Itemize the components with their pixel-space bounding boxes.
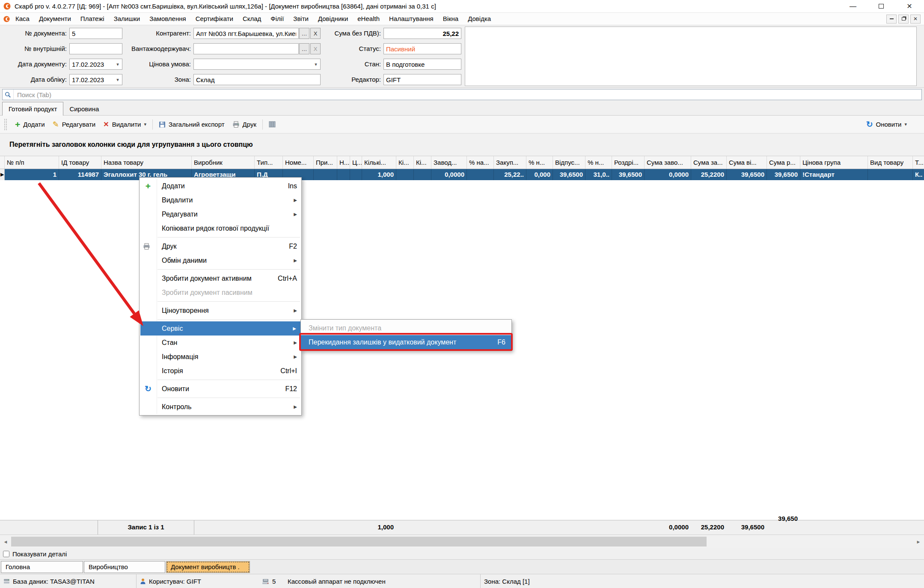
search-box[interactable]	[2, 89, 922, 100]
edit-button[interactable]: ✎ Редагувати	[49, 118, 100, 131]
column-header[interactable]: № п/п	[5, 156, 59, 169]
cell: 1,000	[362, 169, 396, 180]
menu-orders[interactable]: Замовлення	[145, 13, 190, 25]
scroll-right-icon[interactable]: ►	[913, 535, 924, 548]
menu-ehealth[interactable]: eHealth	[353, 13, 384, 25]
column-header[interactable]: Н...	[337, 156, 350, 169]
delete-button[interactable]: ✕ Видалити ▾	[99, 118, 150, 131]
menu-directories[interactable]: Довідники	[313, 13, 353, 25]
column-header[interactable]: Сума заво...	[645, 156, 691, 169]
menu-windows[interactable]: Вікна	[438, 13, 463, 25]
column-header[interactable]: ІД товару	[59, 156, 101, 169]
context-menu-item-state[interactable]: Стан ▶	[140, 336, 301, 350]
zone-field[interactable]: Склад	[193, 74, 321, 85]
column-header[interactable]: Закуп...	[494, 156, 526, 169]
column-header[interactable]: Сума ві...	[727, 156, 767, 169]
column-header[interactable]: Сума за...	[691, 156, 727, 169]
menu-warehouse[interactable]: Склад	[238, 13, 266, 25]
internal-number-field[interactable]	[69, 43, 122, 54]
submenu-item-transfer-leftovers[interactable]: Перекидання залишків у видатковий докуме…	[301, 335, 511, 349]
tab-raw-material[interactable]: Сировина	[63, 103, 105, 115]
menu-certificates[interactable]: Сертифікати	[191, 13, 238, 25]
menu-reports[interactable]: Звіти	[288, 13, 313, 25]
horizontal-scrollbar[interactable]: ◄ ►	[0, 535, 924, 548]
column-header[interactable]: Цінова група	[800, 156, 868, 169]
accounting-date-field[interactable]: 17.02.2023▾	[69, 74, 122, 85]
column-header[interactable]: Ц...	[350, 156, 362, 169]
doc-date-field[interactable]: 17.02.2023▾	[69, 59, 122, 70]
consignee-field[interactable]	[193, 43, 299, 54]
column-header[interactable]: % на...	[467, 156, 494, 169]
column-header[interactable]: Відпус...	[553, 156, 585, 169]
maximize-button[interactable]	[877, 2, 885, 11]
column-header[interactable]: Номе...	[283, 156, 314, 169]
title-bar: Скарб pro v. 4.0.2.77 [ІД: 969] - [Апт №…	[0, 0, 924, 13]
context-menu-item-history[interactable]: Історія Ctrl+I	[140, 364, 301, 378]
column-header[interactable]: % н...	[585, 156, 612, 169]
context-menu-item-delete[interactable]: Видалити ▶	[140, 193, 301, 207]
search-input[interactable]	[14, 91, 921, 98]
menu-documents[interactable]: Документи	[34, 13, 76, 25]
scrollbar-thumb[interactable]	[11, 537, 707, 546]
column-header[interactable]: % н...	[526, 156, 553, 169]
column-header[interactable]: Сума р...	[767, 156, 800, 169]
context-menu-item-service[interactable]: Сервіс ▶	[140, 321, 300, 336]
context-menu-item-refresh[interactable]: ↻ Оновити F12	[140, 382, 301, 396]
menu-payments[interactable]: Платежі	[76, 13, 109, 25]
bottom-tab-main[interactable]: Головна	[1, 561, 83, 573]
doc-number-field[interactable]: 5	[69, 28, 122, 39]
menu-help[interactable]: Довідка	[463, 13, 496, 25]
refresh-button[interactable]: Оновити	[876, 121, 902, 128]
context-menu-item-data-exchange[interactable]: Обмін даними ▶	[140, 253, 301, 267]
menu-settings[interactable]: Налаштування	[384, 13, 438, 25]
minimize-button[interactable]: —	[849, 2, 857, 11]
column-header[interactable]: При...	[314, 156, 337, 169]
column-header[interactable]: Завод...	[431, 156, 467, 169]
price-condition-field[interactable]: ▾	[193, 59, 321, 70]
column-header[interactable]: Кі...	[414, 156, 431, 169]
menu-separator	[157, 380, 300, 380]
table-row[interactable]: ▶ 1 114987 Эгаллохит 30 г. гель Агроветз…	[0, 169, 924, 180]
mdi-restore-button[interactable]	[898, 15, 909, 24]
column-chooser-button[interactable]	[265, 118, 279, 131]
context-menu-item-control[interactable]: Контроль ▶	[140, 400, 301, 414]
column-header[interactable]: Т...	[913, 156, 924, 169]
mdi-minimize-button[interactable]	[886, 15, 897, 24]
scroll-left-icon[interactable]: ◄	[0, 535, 11, 548]
show-details-checkbox[interactable]	[3, 551, 9, 557]
column-header[interactable]: Роздрі...	[612, 156, 645, 169]
context-menu-item-print[interactable]: Друк F2	[140, 239, 301, 253]
menu-kasa[interactable]: Каса	[11, 13, 34, 25]
bottom-tab-production[interactable]: Виробництво	[84, 561, 165, 573]
column-header[interactable]: Виробник	[192, 156, 255, 169]
column-header[interactable]: Назва товару	[101, 156, 192, 169]
group-by-panel[interactable]: Перетягніть заголовок колонки сюди для у…	[0, 134, 924, 156]
column-header[interactable]: Вид товару	[868, 156, 913, 169]
cell: 39,6500	[553, 169, 585, 180]
printer-icon	[232, 121, 240, 128]
context-menu-item-add[interactable]: + Додати Ins	[140, 179, 301, 193]
summary-retail-sum: 39,650	[755, 514, 798, 523]
contractor-field[interactable]: Апт №003 пгт.Барышевка, ул.Киев	[193, 28, 299, 39]
chevron-down-icon[interactable]: ▾	[904, 122, 907, 127]
tab-finished-product[interactable]: Готовий продукт	[2, 102, 63, 116]
menu-stock[interactable]: Залишки	[109, 13, 145, 25]
add-button[interactable]: + Додати	[11, 118, 49, 131]
menu-branches[interactable]: Філії	[266, 13, 288, 25]
column-header[interactable]: Кількі...	[362, 156, 396, 169]
row-indicator-icon: ▶	[0, 169, 5, 180]
close-button[interactable]: ✕	[905, 2, 914, 11]
mdi-close-button[interactable]: ✕	[910, 15, 921, 24]
print-button[interactable]: Друк	[229, 118, 260, 131]
context-menu-item-edit[interactable]: Редагувати ▶	[140, 207, 301, 221]
column-header[interactable]: Кі...	[396, 156, 414, 169]
export-button[interactable]: Загальний експорт	[155, 118, 229, 131]
context-menu-item-pricing[interactable]: Ціноутворення ▶	[140, 303, 301, 318]
toolbar-drag-handle[interactable]	[4, 119, 7, 130]
context-menu-item-make-active[interactable]: Зробити документ активним Ctrl+A	[140, 271, 301, 285]
context-menu-item-information[interactable]: Інформація ▶	[140, 350, 301, 364]
bottom-tab-production-document[interactable]: Документ виробництв .	[166, 561, 250, 573]
context-menu-item-copy-row[interactable]: Копіювати рядок готової продукції	[140, 221, 301, 235]
column-header[interactable]: Тип...	[255, 156, 283, 169]
cash-register-icon	[262, 578, 269, 585]
